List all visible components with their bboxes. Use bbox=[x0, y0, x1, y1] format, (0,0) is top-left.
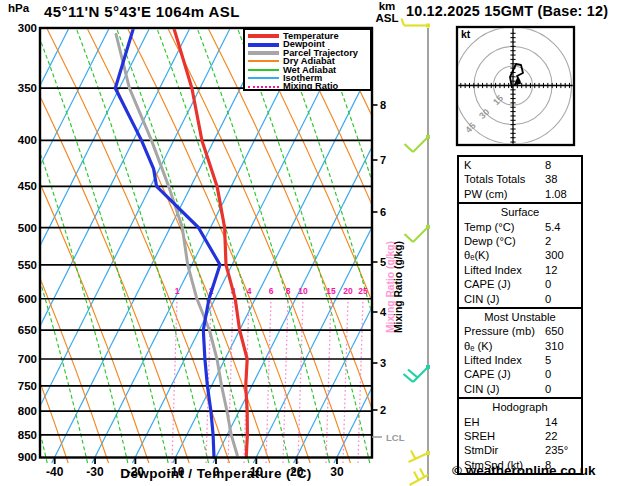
stat-value: 1.08 bbox=[545, 187, 581, 201]
stat-label: StmDir bbox=[459, 443, 545, 457]
pressure-tick-label: 550 bbox=[18, 259, 37, 271]
stat-label: Temp (°C) bbox=[459, 220, 545, 234]
dry-adiabat-line bbox=[88, 29, 270, 463]
wind-barb bbox=[411, 451, 416, 460]
stat-row: K8 bbox=[459, 158, 581, 172]
legend-item-label: Mixing Ratio bbox=[283, 82, 338, 90]
stat-value: 310 bbox=[545, 339, 581, 353]
stat-value: 22 bbox=[545, 429, 581, 443]
stat-label: θₑ (K) bbox=[459, 339, 545, 353]
stat-row: Dewp (°C)2 bbox=[459, 234, 581, 248]
stat-row: CAPE (J)0 bbox=[459, 367, 581, 381]
stat-value: 12 bbox=[545, 263, 581, 277]
station-title: 45°11'N 5°43'E 1064m ASL bbox=[44, 3, 240, 20]
hodograph-unit-label: kt bbox=[461, 28, 471, 40]
stats-section: SurfaceTemp (°C)5.4Dewp (°C)2θₑ(K)300Lif… bbox=[457, 202, 583, 309]
curve-parcel-trajectory bbox=[116, 35, 237, 456]
wind-barb bbox=[408, 370, 418, 378]
wind-barb bbox=[413, 227, 428, 242]
wind-barb bbox=[409, 453, 429, 462]
wind-barb-base bbox=[426, 135, 430, 139]
lcl-label: LCL bbox=[386, 432, 405, 443]
stat-value: 0 bbox=[545, 277, 581, 291]
wind-barb-base bbox=[426, 24, 430, 28]
pressure-tick-label: 850 bbox=[18, 429, 37, 441]
stat-row: StmDir235° bbox=[459, 443, 581, 457]
stat-value: 0 bbox=[545, 382, 581, 396]
pressure-tick-label: 600 bbox=[18, 293, 37, 305]
pressure-tick-label: 800 bbox=[18, 405, 37, 417]
altitude-tick-label: 6 bbox=[380, 206, 386, 218]
stats-panel: K8Totals Totals38PW (cm)1.08SurfaceTemp … bbox=[457, 155, 583, 475]
wet-adiabat-line bbox=[0, 29, 7, 463]
isotherm-line bbox=[52, 29, 270, 463]
mixing-ratio-line bbox=[266, 299, 271, 463]
legend-line-sample bbox=[248, 43, 279, 47]
mixing-ratio-value-label: 20 bbox=[343, 286, 353, 296]
stat-row: PW (cm)1.08 bbox=[459, 187, 581, 201]
stat-label: Totals Totals bbox=[459, 172, 545, 186]
wind-barb-base bbox=[426, 225, 430, 229]
mixing-ratio-axis-label: Mixing Ratio (g/kg) bbox=[393, 241, 404, 333]
wind-barb bbox=[413, 137, 428, 152]
mixing-ratio-line bbox=[326, 299, 331, 463]
isotherm-line bbox=[173, 29, 391, 463]
mixing-ratio-line bbox=[172, 299, 177, 463]
legend-line-sample bbox=[248, 86, 279, 88]
pressure-tick-label: 500 bbox=[18, 222, 37, 234]
wet-adiabat-line bbox=[117, 29, 249, 463]
pressure-tick-label: 300 bbox=[18, 22, 37, 34]
stat-label: CIN (J) bbox=[459, 292, 545, 306]
wind-barb bbox=[404, 374, 414, 382]
wind-barb-base bbox=[426, 451, 430, 455]
mixing-ratio-value-label: 15 bbox=[326, 286, 336, 296]
stat-value: 38 bbox=[545, 172, 581, 186]
stat-row: EH14 bbox=[459, 415, 581, 429]
mixing-ratio-value-label: 4 bbox=[247, 286, 252, 296]
altitude-tick-label: 2 bbox=[380, 404, 386, 416]
stat-label: EH bbox=[459, 415, 545, 429]
stat-value: 0 bbox=[545, 292, 581, 306]
stat-row: θₑ (K)310 bbox=[459, 339, 581, 353]
isotherm-line bbox=[0, 29, 109, 463]
mixing-ratio-value-label: 6 bbox=[269, 286, 274, 296]
stat-label: PW (cm) bbox=[459, 187, 545, 201]
skewt-sounding-page: 12346810152025 3003504004505005506006507… bbox=[0, 0, 629, 486]
legend-line-sample bbox=[248, 77, 279, 79]
stat-value: 2 bbox=[545, 234, 581, 248]
stat-value: 14 bbox=[545, 415, 581, 429]
stats-section-header: Most Unstable bbox=[459, 310, 581, 324]
stat-row: SREH22 bbox=[459, 429, 581, 443]
stat-row: Totals Totals38 bbox=[459, 172, 581, 186]
wet-adiabat-line bbox=[197, 29, 329, 463]
stat-value: 650 bbox=[545, 324, 581, 338]
mixing-ratio-value-label: 8 bbox=[286, 286, 291, 296]
stat-label: K bbox=[459, 158, 545, 172]
legend-line-sample bbox=[248, 34, 279, 38]
wet-adiabat-line bbox=[76, 29, 208, 463]
wind-barb bbox=[405, 144, 414, 152]
hodograph: 153045 kt bbox=[455, 27, 575, 145]
isotherm-line bbox=[11, 29, 229, 463]
altitude-unit-km: km bbox=[373, 1, 401, 13]
stat-label: Lifted Index bbox=[459, 353, 545, 367]
stat-value: 5.4 bbox=[545, 220, 581, 234]
pressure-tick-label: 450 bbox=[18, 180, 37, 192]
wind-barb bbox=[402, 19, 405, 26]
wind-barb bbox=[420, 469, 425, 478]
stat-value: 235° bbox=[545, 443, 581, 457]
wet-adiabat-line bbox=[238, 29, 370, 463]
altitude-axis-unit: km ASL bbox=[373, 1, 401, 24]
wind-barb-column bbox=[402, 19, 431, 486]
pressure-tick-label: 900 bbox=[18, 451, 37, 463]
dry-adiabat-line bbox=[0, 29, 109, 463]
stat-label: Dewp (°C) bbox=[459, 234, 545, 248]
dry-adiabat-line bbox=[128, 29, 310, 463]
stat-row: CIN (J)0 bbox=[459, 292, 581, 306]
mixing-ratio-value-label: 1 bbox=[175, 286, 180, 296]
mixing-ratio-value-label: 10 bbox=[298, 286, 308, 296]
stat-value: 8 bbox=[545, 158, 581, 172]
credit: © weatheronline.co.uk bbox=[452, 463, 595, 478]
altitude-tick-label: 7 bbox=[380, 154, 386, 166]
stats-section: Most UnstablePressure (mb)650θₑ (K)310Li… bbox=[457, 307, 583, 399]
